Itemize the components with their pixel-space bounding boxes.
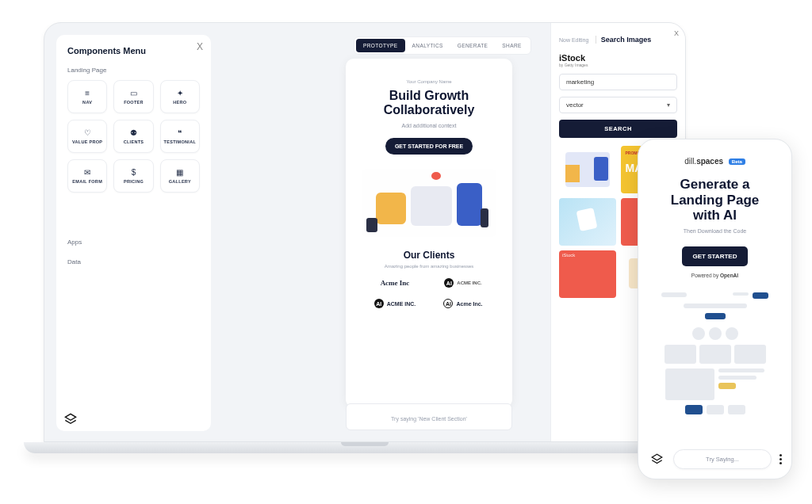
hero-illustration (362, 169, 496, 237)
heart-icon: ♡ (84, 128, 91, 137)
result-thumb[interactable]: iStock (559, 250, 616, 298)
mail-icon: ✉ (84, 168, 90, 177)
clients-title: Our Clients (404, 250, 455, 261)
clients-grid: Acme Inc AIACME INC. AIACME INC. AIAcme … (370, 278, 488, 308)
dollar-icon: $ (132, 168, 136, 177)
svg-marker-1 (652, 454, 662, 460)
prompt-input[interactable]: Try saying 'New Client Section' (346, 403, 512, 430)
phone-hero-title: Generate a Landing Page with AI (651, 177, 779, 223)
phone-prompt-input[interactable]: Try Saying... (673, 449, 772, 469)
client-logo-2: AIACME INC. (438, 278, 488, 288)
component-gallery[interactable]: ▦GALLERY (160, 159, 200, 193)
istock-logo: iStock by Getty Images (559, 53, 677, 67)
search-button[interactable]: SEARCH (559, 120, 677, 138)
search-input[interactable] (559, 74, 677, 90)
panel-title: Search Images (596, 36, 652, 44)
menu-icon: ≡ (85, 89, 90, 97)
phone-hero-subtitle: Then Download the Code (651, 228, 779, 234)
prompt-placeholder: Try saying 'New Client Section' (391, 416, 467, 422)
hero-subtitle: Add additional context (402, 123, 457, 128)
chevron-down-icon: ▾ (667, 101, 670, 109)
component-pricing[interactable]: $PRICING (113, 159, 153, 193)
section-label-data: Data (67, 258, 200, 265)
sidebar-title: Components Menu (67, 46, 200, 55)
phone-brand: dill.spaces Beta (651, 157, 779, 166)
section-label-apps: Apps (67, 239, 200, 246)
footer-icon: ▭ (130, 89, 137, 97)
quote-icon: ❝ (178, 128, 182, 137)
laptop-screen: X Components Menu Landing Page ≡NAV ▭FOO… (44, 22, 686, 442)
hero-icon: ✦ (177, 89, 183, 97)
component-footer[interactable]: ▭FOOTER (113, 80, 153, 113)
section-label-landing: Landing Page (67, 67, 200, 74)
laptop-notch (341, 442, 389, 446)
tab-share[interactable]: SHARE (495, 39, 528, 52)
close-icon[interactable]: X (674, 29, 679, 37)
result-thumb[interactable] (559, 146, 616, 193)
hero-title-line1: Build Growth (389, 89, 469, 103)
beta-badge: Beta (729, 158, 745, 165)
get-started-button[interactable]: GET STARTED (682, 246, 749, 266)
client-logo-4: AIAcme Inc. (438, 299, 488, 308)
tab-prototype[interactable]: PROTOTYPE (356, 39, 405, 52)
more-icon[interactable] (779, 454, 782, 464)
view-tabs: PROTOTYPE ANALYTICS GENERATE SHARE (354, 36, 531, 55)
tab-generate[interactable]: GENERATE (450, 39, 495, 52)
tab-analytics[interactable]: ANALYTICS (405, 39, 450, 52)
clients-subtitle: Amazing people from amazing businesses (385, 264, 474, 269)
component-testimonial[interactable]: ❝TESTIMONIAL (160, 120, 200, 153)
component-clients[interactable]: ⚉CLIENTS (113, 120, 153, 153)
clients-icon: ⚉ (130, 128, 137, 137)
grid-icon: ▦ (176, 168, 183, 177)
layers-icon[interactable] (648, 451, 665, 468)
close-icon[interactable]: X (197, 41, 203, 52)
filter-select[interactable]: vector ▾ (559, 97, 677, 113)
company-name: Your Company Name (406, 79, 451, 84)
phone-screen: dill.spaces Beta Generate a Landing Page… (638, 139, 792, 479)
components-sidebar: X Components Menu Landing Page ≡NAV ▭FOO… (56, 35, 211, 431)
powered-by-label: Powered by OpenAI (651, 273, 779, 278)
wireframe-preview (661, 292, 768, 419)
component-hero[interactable]: ✦HERO (160, 80, 200, 113)
result-thumb[interactable] (559, 198, 616, 246)
component-valueprop[interactable]: ♡VALUE PROP (67, 120, 107, 153)
svg-marker-0 (65, 414, 75, 420)
client-logo-1: Acme Inc (370, 278, 420, 288)
cta-button[interactable]: GET STARTED FOR FREE (385, 138, 473, 155)
hero-title-line2: Collaboratively (384, 103, 475, 117)
layers-icon[interactable] (60, 409, 81, 430)
component-nav[interactable]: ≡NAV (67, 80, 107, 113)
design-canvas[interactable]: Your Company Name Build Growth Collabora… (346, 59, 512, 407)
client-logo-3: AIACME INC. (370, 299, 420, 308)
component-emailform[interactable]: ✉EMAIL FORM (67, 159, 107, 193)
now-editing-label: Now Editing (559, 37, 588, 43)
